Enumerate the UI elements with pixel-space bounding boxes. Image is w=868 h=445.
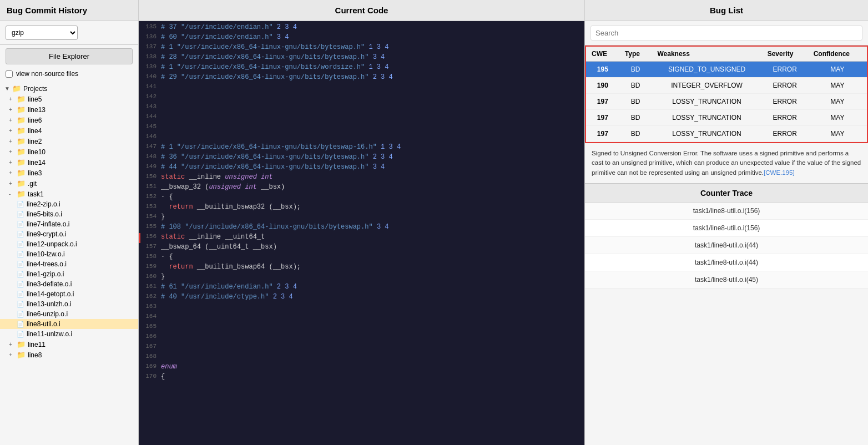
file-tree: ▼ 📁 Projects + 📁 line5 + 📁 line13 + 📁 li… <box>0 81 138 445</box>
file-icon: 📄 <box>17 321 24 328</box>
tree-item-line2-zip[interactable]: 📄 line2-zip.o.i <box>0 199 138 209</box>
trace-item[interactable]: task1/line8-util.o.i(44) <box>585 237 868 254</box>
tree-item-line8[interactable]: + 📁 line8 <box>0 350 138 360</box>
code-line: 144 <box>139 113 584 123</box>
search-input[interactable] <box>591 26 862 41</box>
tree-item-line3-deflate[interactable]: 📄 line3-deflate.o.i <box>0 279 138 289</box>
code-editor[interactable]: 135 # 37 "/usr/include/endian.h" 2 3 4 1… <box>139 21 584 445</box>
tree-item-line2[interactable]: + 📁 line2 <box>0 136 138 146</box>
code-line: 154 } <box>139 213 584 223</box>
tree-item-line7-inflate[interactable]: 📄 line7-inflate.o.i <box>0 219 138 229</box>
expand-icon: - <box>9 191 14 197</box>
tree-item-line5[interactable]: + 📁 line5 <box>0 94 138 104</box>
code-line: 157 __bswap_64 (__uint64_t __bsx) <box>139 243 584 253</box>
folder-icon: 📁 <box>17 116 26 124</box>
tree-item-git[interactable]: + 📁 .git <box>0 178 138 189</box>
cwe-cell: 197 <box>586 126 619 142</box>
tree-item-line5-bits[interactable]: 📄 line5-bits.o.i <box>0 209 138 219</box>
code-line: 170 { <box>139 373 584 383</box>
middle-panel-title: Current Code <box>139 0 584 21</box>
tree-item-line14-getopt[interactable]: 📄 line14-getopt.o.i <box>0 289 138 299</box>
code-line: 139 # 1 "/usr/include/x86_64-linux-gnu/b… <box>139 63 584 73</box>
tree-item-line11-unlzw[interactable]: 📄 line11-unlzw.o.i <box>0 329 138 339</box>
trace-item[interactable]: task1/line8-util.o.i(44) <box>585 254 868 271</box>
tree-label: line5 <box>28 95 42 103</box>
tree-item-projects[interactable]: ▼ 📁 Projects <box>0 83 138 94</box>
code-line: 143 <box>139 103 584 113</box>
file-icon: 📄 <box>17 301 24 308</box>
tree-item-line4[interactable]: + 📁 line4 <box>0 125 138 136</box>
weakness-cell: SIGNED_TO_UNSIGNED <box>652 62 761 78</box>
tree-label: Projects <box>23 85 47 93</box>
folder-icon: 📁 <box>17 179 26 188</box>
file-icon: 📄 <box>17 231 24 238</box>
code-line: 153 return __builtin_bswap32 (__bsx); <box>139 203 584 213</box>
code-line: 137 # 1 "/usr/include/x86_64-linux-gnu/b… <box>139 43 584 53</box>
trace-item[interactable]: task1/line8-util.o.i(45) <box>585 271 868 289</box>
file-icon: 📄 <box>17 291 24 298</box>
expand-icon: + <box>9 170 14 176</box>
project-dropdown[interactable]: gzip bzip2 xz <box>6 26 78 40</box>
cwe-cell: 197 <box>586 94 619 110</box>
tree-label: line13-unlzh.o.i <box>27 300 72 308</box>
col-header-cwe: CWE <box>586 47 619 62</box>
file-icon: 📄 <box>17 211 24 218</box>
code-line: 142 <box>139 93 584 103</box>
expand-icon: + <box>9 149 14 155</box>
tree-item-line1-gzip[interactable]: 📄 line1-gzip.o.i <box>0 269 138 279</box>
tree-label: line14 <box>28 159 46 166</box>
tree-item-line10-lzw[interactable]: 📄 line10-lzw.o.i <box>0 249 138 259</box>
code-line-152: 152 · { <box>139 193 584 203</box>
tree-item-line13[interactable]: + 📁 line13 <box>0 104 138 115</box>
file-icon: 📄 <box>17 251 24 258</box>
bug-table-row[interactable]: 197BDLOSSY_TRUNCATIONERRORMAY <box>586 94 867 110</box>
view-nonsource-label: view non-source files <box>16 70 78 78</box>
file-icon: 📄 <box>17 261 24 268</box>
tree-item-line14[interactable]: + 📁 line14 <box>0 157 138 168</box>
bug-table-row[interactable]: 190BDINTEGER_OVERFLOWERRORMAY <box>586 78 867 94</box>
tree-item-line6[interactable]: + 📁 line6 <box>0 115 138 125</box>
tree-item-line3[interactable]: + 📁 line3 <box>0 168 138 178</box>
middle-panel: Current Code 135 # 37 "/usr/include/endi… <box>139 0 585 445</box>
view-nonsource-checkbox[interactable] <box>6 70 13 78</box>
type-cell: BD <box>619 78 652 94</box>
folder-icon: 📁 <box>17 158 26 166</box>
tree-item-line12-unpack[interactable]: 📄 line12-unpack.o.i <box>0 239 138 249</box>
bug-table-row[interactable]: 197BDLOSSY_TRUNCATIONERRORMAY <box>586 126 867 142</box>
code-line: 159 return __builtin_bswap64 (__bsx); <box>139 263 584 273</box>
bug-table-row[interactable]: 197BDLOSSY_TRUNCATIONERRORMAY <box>586 110 867 126</box>
counter-trace-list: task1/line8-util.o.i(156)task1/line8-uti… <box>585 203 868 445</box>
tree-item-line9-crypt[interactable]: 📄 line9-crypt.o.i <box>0 229 138 239</box>
right-panel-title: Bug List <box>585 0 868 21</box>
expand-icon: + <box>9 138 14 144</box>
tree-label: line2 <box>28 138 42 145</box>
tree-item-line8-util[interactable]: 📄 line8-util.o.i <box>0 319 138 329</box>
trace-item[interactable]: task1/line8-util.o.i(156) <box>585 220 868 237</box>
code-line: 146 <box>139 133 584 143</box>
col-header-severity: Severity <box>762 47 808 62</box>
tree-item-line4-trees[interactable]: 📄 line4-trees.o.i <box>0 259 138 269</box>
folder-icon: 📁 <box>17 137 26 145</box>
code-line: 135 # 37 "/usr/include/endian.h" 2 3 4 <box>139 23 584 33</box>
code-line: 147 # 1 "/usr/include/x86_64-linux-gnu/b… <box>139 143 584 153</box>
bug-table-row[interactable]: 195BDSIGNED_TO_UNSIGNEDERRORMAY <box>586 62 867 78</box>
code-line: 165 <box>139 323 584 333</box>
col-header-type: Type <box>619 47 652 62</box>
cwe-link[interactable]: [CWE.195] <box>764 169 795 176</box>
tree-item-line13-unlzh[interactable]: 📄 line13-unlzh.o.i <box>0 299 138 309</box>
expand-icon: + <box>9 180 14 186</box>
tree-item-line6-unzip[interactable]: 📄 line6-unzip.o.i <box>0 309 138 319</box>
tree-label: line10-lzw.o.i <box>27 250 65 258</box>
tree-item-line10[interactable]: + 📁 line10 <box>0 146 138 157</box>
type-cell: BD <box>619 126 652 142</box>
dropdown-row: gzip bzip2 xz <box>0 21 138 45</box>
folder-icon: 📁 <box>17 148 26 156</box>
cwe-cell: 195 <box>586 62 619 78</box>
tree-item-task1[interactable]: - 📁 task1 <box>0 189 138 199</box>
tree-item-line11[interactable]: + 📁 line11 <box>0 339 138 350</box>
tree-label: line3-deflate.o.i <box>27 280 72 288</box>
file-explorer-button[interactable]: File Explorer <box>6 48 133 64</box>
trace-item[interactable]: task1/line8-util.o.i(156) <box>585 203 868 220</box>
tree-label: line6-unzip.o.i <box>27 310 68 318</box>
severity-cell: ERROR <box>762 62 808 78</box>
